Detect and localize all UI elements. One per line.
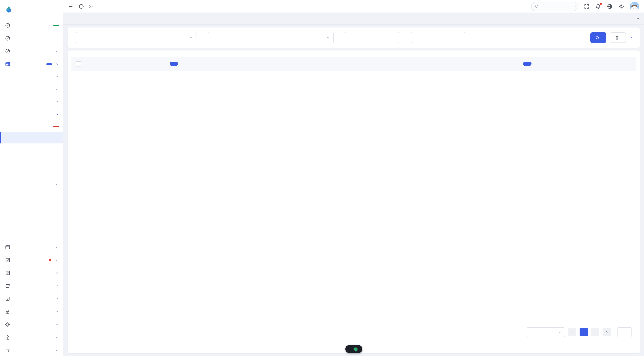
- sidebar-item-3[interactable]: [0, 44, 63, 57]
- sidebar-item-1[interactable]: [0, 19, 63, 32]
- sidebar-item-5[interactable]: [0, 70, 63, 83]
- goto-page-input[interactable]: [617, 327, 632, 337]
- chevron-up-icon: [55, 62, 59, 66]
- chevron-down-icon: [55, 335, 59, 339]
- sidebar-item-15[interactable]: [0, 190, 63, 203]
- menu-badge: [53, 125, 59, 127]
- chevron-down-icon: [55, 182, 59, 186]
- reset-button[interactable]: [610, 32, 626, 43]
- sidebar-item-11[interactable]: [0, 143, 63, 155]
- menu-gauge-icon: [5, 48, 10, 54]
- chevron-down-icon: [55, 284, 59, 288]
- chevron-down-icon: [55, 245, 59, 249]
- pagination-bar: [71, 325, 636, 340]
- sidebar-item-8[interactable]: [0, 108, 63, 120]
- age-min-input[interactable]: [345, 32, 399, 43]
- chevron-down-icon: [221, 62, 224, 65]
- trash-icon: [615, 35, 619, 40]
- column-header-gender[interactable]: [196, 62, 248, 65]
- page-button-1[interactable]: [580, 328, 588, 336]
- search-icon: [535, 4, 539, 8]
- main-area: -: [64, 0, 644, 356]
- sidebar-item-9[interactable]: [0, 120, 63, 132]
- sidebar-item-26[interactable]: [0, 331, 63, 344]
- sidebar-item-20[interactable]: [0, 254, 63, 266]
- sidebar-item-21[interactable]: [0, 266, 63, 279]
- menu-compass-icon: [5, 22, 10, 28]
- app-root: -: [0, 0, 644, 356]
- menu-compass-icon: [5, 35, 10, 41]
- sidebar-item-23[interactable]: [0, 292, 63, 305]
- sidebar-item-18[interactable]: [0, 228, 63, 241]
- user-avatar[interactable]: [630, 1, 639, 11]
- page-content: -: [64, 25, 644, 356]
- sidebar-item-19[interactable]: [0, 241, 63, 254]
- search-button[interactable]: [590, 32, 606, 43]
- chevron-down-icon: [55, 271, 59, 275]
- search-shortcut-badge: [571, 5, 576, 7]
- sidebar-item-14[interactable]: [0, 178, 63, 190]
- fullscreen-icon[interactable]: [584, 3, 590, 9]
- expand-filters-link[interactable]: [629, 36, 634, 39]
- top-header: [64, 0, 644, 12]
- sidebar-item-4[interactable]: [0, 57, 63, 70]
- username-select[interactable]: [76, 32, 196, 43]
- sidebar-item-12[interactable]: [0, 155, 63, 166]
- collapse-menu-icon[interactable]: [68, 3, 74, 9]
- sidebar-item-27[interactable]: [0, 344, 63, 356]
- search-filter-card: -: [68, 27, 640, 48]
- sidebar-item-16[interactable]: [0, 203, 63, 216]
- sidebar-item-22[interactable]: [0, 279, 63, 292]
- select-all-checkbox[interactable]: [76, 61, 81, 66]
- column-header-name[interactable]: [170, 62, 178, 66]
- range-dash: -: [404, 35, 406, 40]
- sidebar-item-10[interactable]: [0, 132, 63, 143]
- age-max-input[interactable]: [411, 32, 465, 43]
- chevron-down-icon: [630, 36, 634, 39]
- gender-select[interactable]: [208, 32, 334, 43]
- sidebar-item-17[interactable]: [0, 216, 63, 228]
- sidebar-item-6[interactable]: [0, 83, 63, 95]
- devtools-pill[interactable]: [345, 345, 362, 353]
- search-icon: [595, 35, 600, 40]
- sidebar-item-2[interactable]: [0, 32, 63, 44]
- chevron-down-icon: [55, 87, 59, 91]
- language-globe-icon[interactable]: [607, 3, 613, 9]
- menu-tpl-icon: [5, 270, 10, 276]
- notifications-button[interactable]: [595, 3, 601, 9]
- column-header-created[interactable]: [523, 62, 532, 66]
- chevron-down-icon: [558, 330, 562, 334]
- sidebar-item-25[interactable]: [0, 318, 63, 331]
- menu-gear-icon: [5, 322, 10, 327]
- sidebar-item-7[interactable]: [0, 95, 63, 108]
- sidebar-menu: [0, 19, 63, 356]
- sidebar-item-13[interactable]: [0, 166, 63, 178]
- menu-badge: [46, 63, 52, 65]
- refresh-page-icon[interactable]: [78, 3, 84, 9]
- table-header-row: [71, 57, 636, 71]
- prev-page-button[interactable]: [568, 328, 576, 336]
- theme-sun-icon[interactable]: [618, 3, 624, 9]
- chevron-down-icon: [55, 49, 59, 53]
- logo-icon: [5, 5, 12, 13]
- next-page-button[interactable]: [602, 328, 611, 336]
- global-search[interactable]: [531, 1, 578, 11]
- menu-doc-icon: [5, 296, 10, 301]
- app-logo[interactable]: [0, 0, 63, 19]
- tabs-more-button[interactable]: [635, 16, 640, 20]
- table-body: [71, 71, 636, 325]
- header-actions: [531, 1, 639, 11]
- page-button-2[interactable]: [591, 328, 600, 336]
- sidebar: [0, 0, 64, 356]
- chevron-down-icon: [55, 322, 59, 327]
- menu-page-icon: [5, 244, 10, 250]
- page-size-select[interactable]: [526, 327, 565, 337]
- menu-table2-icon: [5, 283, 10, 289]
- sidebar-item-24[interactable]: [0, 305, 63, 318]
- chevron-down-icon: [55, 74, 59, 79]
- menu-badge: [53, 24, 59, 26]
- red-dot-icon: [49, 259, 51, 261]
- devtools-green-dot-icon: [353, 347, 358, 352]
- chevron-down-icon: [636, 16, 640, 20]
- breadcrumb-item[interactable]: [88, 4, 94, 8]
